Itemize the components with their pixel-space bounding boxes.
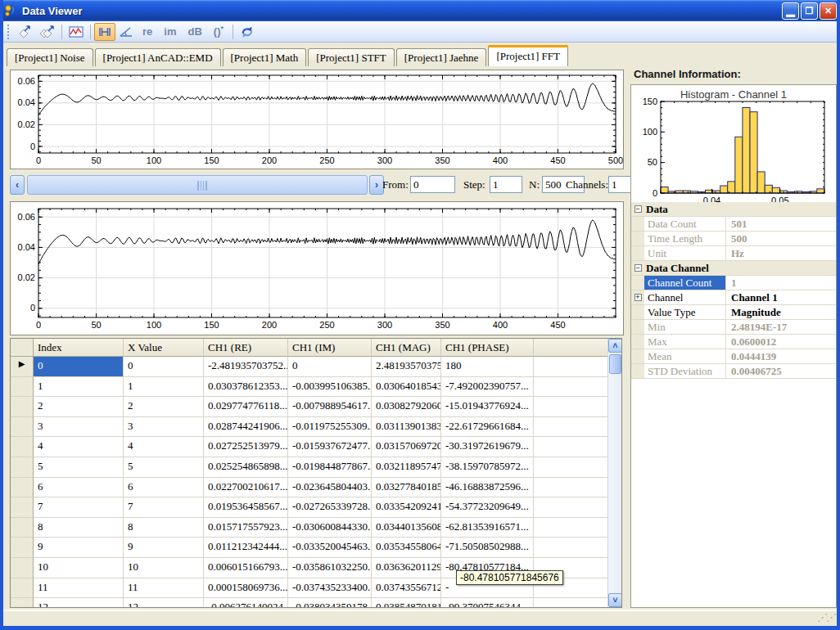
detail-chart-panel[interactable]: 05010015020025030035040045000.020.040.06 [10, 201, 624, 335]
table-cell[interactable]: 0.006015166793... [204, 558, 288, 578]
property-channel[interactable]: +ChannelChannel 1 [631, 290, 836, 305]
table-cell[interactable]: 0.000158069736... [204, 578, 288, 599]
table-cell[interactable]: 0.035345580642... [372, 538, 441, 558]
table-cell[interactable]: -62.81353916571... [441, 518, 534, 538]
table-cell[interactable]: 0.019536458567... [204, 497, 288, 518]
scrollbar-thumb[interactable] [609, 354, 621, 374]
scroll-left-button[interactable]: ‹ [10, 175, 25, 195]
property-channel-count[interactable]: Channel Count1 [631, 276, 836, 290]
row-selector[interactable] [11, 377, 34, 398]
table-cell[interactable]: -0.019844877867... [288, 457, 372, 478]
property-value[interactable]: 2.48194E-17 [726, 320, 836, 334]
property-value[interactable]: Magnitude [726, 305, 836, 319]
table-cell[interactable]: 9 [124, 538, 204, 558]
tab-project1-noise[interactable]: [Project1] Noise [7, 48, 93, 66]
table-cell[interactable]: 11 [34, 578, 124, 599]
maximize-button[interactable]: ❐ [801, 2, 818, 20]
tab-project1-ancad-emd[interactable]: [Project1] AnCAD::EMD [95, 48, 221, 66]
row-selector[interactable] [11, 518, 34, 538]
table-cell[interactable]: 0 [34, 357, 124, 377]
tab-project1-fft[interactable]: [Project1] FFT [488, 45, 568, 66]
table-cell[interactable]: -99.37007546344 [441, 598, 534, 608]
property-value[interactable]: 501 [726, 217, 836, 231]
close-button[interactable]: ✕ [820, 2, 837, 20]
table-cell[interactable]: 0.037435567122... [372, 578, 441, 599]
property-mean[interactable]: Mean0.0444139 [631, 349, 836, 364]
row-selector[interactable] [11, 457, 34, 478]
property-data-count[interactable]: Data Count501 [631, 217, 836, 232]
table-cell[interactable]: 6 [124, 478, 204, 498]
detail-chart[interactable]: 05010015020025030035040045000.020.040.06 [11, 202, 623, 335]
goto-data-button[interactable] [14, 23, 35, 41]
title-bar[interactable]: Data Viewer ▬ ❐ ✕ [0, 0, 840, 21]
row-selector[interactable] [11, 397, 34, 417]
table-cell[interactable]: 5 [124, 457, 204, 478]
property-value[interactable]: 1 [726, 276, 836, 290]
table-cell[interactable]: 0 [288, 357, 372, 377]
property-label[interactable]: Time Length [644, 232, 726, 245]
table-cell[interactable]: 0.015717557923... [204, 518, 288, 538]
table-cell[interactable]: 0.031570697207... [372, 437, 441, 457]
property-max[interactable]: Max0.0600012 [631, 335, 836, 349]
waveform-view-button[interactable] [65, 23, 87, 41]
resize-grip[interactable]: ⋰⋰ [817, 611, 835, 624]
table-cell[interactable]: -0.035861032250... [288, 558, 372, 578]
table-cell[interactable]: -7.492002390757... [441, 377, 534, 398]
table-cell[interactable]: -30.31972619679... [441, 437, 534, 457]
tab-project1-stft[interactable]: [Project1] STFT [308, 48, 395, 66]
table-cell[interactable]: 1 [124, 377, 204, 398]
row-selector[interactable] [11, 558, 34, 578]
table-cell[interactable]: -0.007988954617... [288, 397, 372, 417]
table-cell[interactable]: 4 [34, 437, 124, 457]
table-cell[interactable]: -0.006276140024 [204, 598, 288, 608]
table-cell[interactable]: 8 [124, 518, 204, 538]
range-scrollbar[interactable] [27, 175, 368, 195]
property-std-deviation[interactable]: STD Deviation0.00406725 [631, 364, 836, 379]
table-cell[interactable]: 0.028744241906... [204, 417, 288, 438]
table-cell[interactable]: 8 [34, 518, 124, 538]
table-cell[interactable]: 2 [124, 397, 204, 417]
table-cell[interactable]: 3 [124, 417, 204, 438]
table-cell[interactable]: 0.034401356089... [372, 518, 441, 538]
minimize-button[interactable]: ▬ [782, 2, 799, 20]
table-cell[interactable]: 0.038548701816 [372, 598, 441, 608]
table-cell[interactable]: -0.033520045463... [288, 538, 372, 558]
property-value[interactable]: 500 [726, 232, 836, 245]
property-label[interactable]: Channel [644, 290, 726, 304]
table-cell[interactable]: 0.029774776118... [204, 397, 288, 417]
table-cell[interactable]: 0.030827920604... [372, 397, 441, 417]
table-cell[interactable]: 0.011212342444... [204, 538, 288, 558]
table-cell[interactable]: 3 [34, 417, 124, 438]
table-cell[interactable]: 0.030640185435... [372, 377, 441, 398]
property-label[interactable]: Value Type [644, 305, 726, 319]
property-group-data[interactable]: −Data [631, 202, 836, 217]
property-time-length[interactable]: Time Length500 [631, 232, 836, 246]
table-cell[interactable]: 2.481935703752... [372, 357, 441, 377]
collapse-box[interactable]: − [631, 202, 644, 216]
imaginary-part-button[interactable]: im [158, 23, 182, 41]
tab-project1-jaehne[interactable]: [Project1] Jaehne [396, 48, 487, 66]
overview-chart-panel[interactable]: 05010015020025030035040045050000.020.040… [10, 70, 624, 169]
table-cell[interactable]: 5 [34, 457, 124, 478]
property-value[interactable]: 0.0444139 [726, 349, 836, 363]
table-cell[interactable]: 0.027252513979... [204, 437, 288, 457]
table-cell[interactable]: 0 [124, 357, 204, 377]
phase-angle-button[interactable] [115, 23, 137, 41]
table-cell[interactable]: 0.025254865898... [204, 457, 288, 478]
property-label[interactable]: Max [644, 335, 726, 349]
table-cell[interactable]: -71.50508502988... [441, 538, 534, 558]
table-cell[interactable]: -0.023645804403... [288, 478, 372, 498]
row-selector[interactable] [11, 578, 34, 599]
property-value[interactable]: 0.0600012 [726, 335, 836, 349]
decibel-button[interactable]: dB [182, 23, 207, 41]
scroll-down-button[interactable]: ˅ [608, 593, 622, 607]
row-selector[interactable] [11, 437, 34, 457]
table-cell[interactable]: 0.022700210617... [204, 478, 288, 498]
property-value[interactable]: Hz [726, 246, 836, 260]
table-cell[interactable]: -54.37723209649... [441, 497, 534, 518]
property-label[interactable]: Channel Count [644, 276, 726, 290]
step-input[interactable] [490, 176, 522, 193]
tab-project1-math[interactable]: [Project1] Math [223, 48, 307, 66]
table-cell[interactable]: 0.032118957473... [372, 457, 441, 478]
table-cell[interactable]: -0.011975255309... [288, 417, 372, 438]
